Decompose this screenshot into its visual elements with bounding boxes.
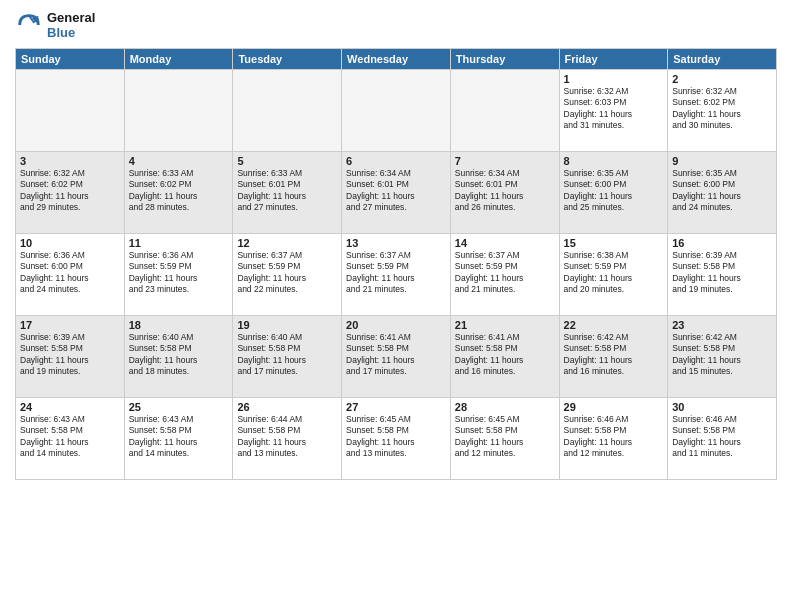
calendar-week-4: 24Sunrise: 6:43 AMSunset: 5:58 PMDayligh…: [16, 398, 777, 480]
day-number: 22: [564, 319, 664, 331]
calendar-cell: 27Sunrise: 6:45 AMSunset: 5:58 PMDayligh…: [342, 398, 451, 480]
calendar-cell: [342, 70, 451, 152]
day-number: 12: [237, 237, 337, 249]
day-number: 13: [346, 237, 446, 249]
calendar-cell: 7Sunrise: 6:34 AMSunset: 6:01 PMDaylight…: [450, 152, 559, 234]
calendar-week-3: 17Sunrise: 6:39 AMSunset: 5:58 PMDayligh…: [16, 316, 777, 398]
day-number: 17: [20, 319, 120, 331]
day-info: Sunrise: 6:37 AMSunset: 5:59 PMDaylight:…: [455, 250, 555, 296]
day-info: Sunrise: 6:34 AMSunset: 6:01 PMDaylight:…: [346, 168, 446, 214]
calendar-cell: 6Sunrise: 6:34 AMSunset: 6:01 PMDaylight…: [342, 152, 451, 234]
day-info: Sunrise: 6:41 AMSunset: 5:58 PMDaylight:…: [455, 332, 555, 378]
day-info: Sunrise: 6:42 AMSunset: 5:58 PMDaylight:…: [564, 332, 664, 378]
day-info: Sunrise: 6:33 AMSunset: 6:02 PMDaylight:…: [129, 168, 229, 214]
day-number: 1: [564, 73, 664, 85]
day-info: Sunrise: 6:37 AMSunset: 5:59 PMDaylight:…: [346, 250, 446, 296]
day-number: 18: [129, 319, 229, 331]
calendar-cell: 21Sunrise: 6:41 AMSunset: 5:58 PMDayligh…: [450, 316, 559, 398]
day-number: 30: [672, 401, 772, 413]
calendar-cell: 9Sunrise: 6:35 AMSunset: 6:00 PMDaylight…: [668, 152, 777, 234]
day-info: Sunrise: 6:44 AMSunset: 5:58 PMDaylight:…: [237, 414, 337, 460]
col-friday: Friday: [559, 49, 668, 70]
day-info: Sunrise: 6:39 AMSunset: 5:58 PMDaylight:…: [20, 332, 120, 378]
calendar-week-2: 10Sunrise: 6:36 AMSunset: 6:00 PMDayligh…: [16, 234, 777, 316]
day-info: Sunrise: 6:46 AMSunset: 5:58 PMDaylight:…: [672, 414, 772, 460]
day-number: 26: [237, 401, 337, 413]
calendar-table: Sunday Monday Tuesday Wednesday Thursday…: [15, 48, 777, 480]
calendar-container: General Blue Sunday Monday Tuesday Wedne…: [0, 0, 792, 612]
calendar-cell: 11Sunrise: 6:36 AMSunset: 5:59 PMDayligh…: [124, 234, 233, 316]
day-number: 10: [20, 237, 120, 249]
day-number: 7: [455, 155, 555, 167]
day-info: Sunrise: 6:35 AMSunset: 6:00 PMDaylight:…: [672, 168, 772, 214]
calendar-cell: 10Sunrise: 6:36 AMSunset: 6:00 PMDayligh…: [16, 234, 125, 316]
calendar-cell: 1Sunrise: 6:32 AMSunset: 6:03 PMDaylight…: [559, 70, 668, 152]
calendar-cell: 17Sunrise: 6:39 AMSunset: 5:58 PMDayligh…: [16, 316, 125, 398]
day-info: Sunrise: 6:42 AMSunset: 5:58 PMDaylight:…: [672, 332, 772, 378]
col-tuesday: Tuesday: [233, 49, 342, 70]
day-number: 2: [672, 73, 772, 85]
calendar-cell: 29Sunrise: 6:46 AMSunset: 5:58 PMDayligh…: [559, 398, 668, 480]
day-info: Sunrise: 6:34 AMSunset: 6:01 PMDaylight:…: [455, 168, 555, 214]
col-monday: Monday: [124, 49, 233, 70]
day-info: Sunrise: 6:43 AMSunset: 5:58 PMDaylight:…: [129, 414, 229, 460]
calendar-cell: 28Sunrise: 6:45 AMSunset: 5:58 PMDayligh…: [450, 398, 559, 480]
calendar-cell: 4Sunrise: 6:33 AMSunset: 6:02 PMDaylight…: [124, 152, 233, 234]
day-number: 6: [346, 155, 446, 167]
day-info: Sunrise: 6:45 AMSunset: 5:58 PMDaylight:…: [455, 414, 555, 460]
day-info: Sunrise: 6:37 AMSunset: 5:59 PMDaylight:…: [237, 250, 337, 296]
day-number: 28: [455, 401, 555, 413]
day-info: Sunrise: 6:45 AMSunset: 5:58 PMDaylight:…: [346, 414, 446, 460]
calendar-cell: 18Sunrise: 6:40 AMSunset: 5:58 PMDayligh…: [124, 316, 233, 398]
calendar-cell: 22Sunrise: 6:42 AMSunset: 5:58 PMDayligh…: [559, 316, 668, 398]
day-number: 21: [455, 319, 555, 331]
calendar-cell: 13Sunrise: 6:37 AMSunset: 5:59 PMDayligh…: [342, 234, 451, 316]
day-info: Sunrise: 6:33 AMSunset: 6:01 PMDaylight:…: [237, 168, 337, 214]
day-info: Sunrise: 6:36 AMSunset: 5:59 PMDaylight:…: [129, 250, 229, 296]
day-info: Sunrise: 6:32 AMSunset: 6:02 PMDaylight:…: [20, 168, 120, 214]
day-number: 14: [455, 237, 555, 249]
day-info: Sunrise: 6:32 AMSunset: 6:02 PMDaylight:…: [672, 86, 772, 132]
calendar-cell: [16, 70, 125, 152]
calendar-cell: [124, 70, 233, 152]
calendar-cell: 30Sunrise: 6:46 AMSunset: 5:58 PMDayligh…: [668, 398, 777, 480]
calendar-header-row: Sunday Monday Tuesday Wednesday Thursday…: [16, 49, 777, 70]
day-number: 5: [237, 155, 337, 167]
calendar-cell: 5Sunrise: 6:33 AMSunset: 6:01 PMDaylight…: [233, 152, 342, 234]
col-thursday: Thursday: [450, 49, 559, 70]
calendar-cell: [233, 70, 342, 152]
day-number: 4: [129, 155, 229, 167]
calendar-cell: 2Sunrise: 6:32 AMSunset: 6:02 PMDaylight…: [668, 70, 777, 152]
calendar-cell: 16Sunrise: 6:39 AMSunset: 5:58 PMDayligh…: [668, 234, 777, 316]
day-info: Sunrise: 6:39 AMSunset: 5:58 PMDaylight:…: [672, 250, 772, 296]
day-info: Sunrise: 6:46 AMSunset: 5:58 PMDaylight:…: [564, 414, 664, 460]
header: General Blue: [15, 10, 777, 40]
calendar-cell: 3Sunrise: 6:32 AMSunset: 6:02 PMDaylight…: [16, 152, 125, 234]
calendar-body: 1Sunrise: 6:32 AMSunset: 6:03 PMDaylight…: [16, 70, 777, 480]
day-info: Sunrise: 6:36 AMSunset: 6:00 PMDaylight:…: [20, 250, 120, 296]
day-number: 27: [346, 401, 446, 413]
day-info: Sunrise: 6:38 AMSunset: 5:59 PMDaylight:…: [564, 250, 664, 296]
day-info: Sunrise: 6:32 AMSunset: 6:03 PMDaylight:…: [564, 86, 664, 132]
day-info: Sunrise: 6:35 AMSunset: 6:00 PMDaylight:…: [564, 168, 664, 214]
calendar-cell: 20Sunrise: 6:41 AMSunset: 5:58 PMDayligh…: [342, 316, 451, 398]
calendar-cell: 25Sunrise: 6:43 AMSunset: 5:58 PMDayligh…: [124, 398, 233, 480]
day-number: 29: [564, 401, 664, 413]
calendar-cell: 24Sunrise: 6:43 AMSunset: 5:58 PMDayligh…: [16, 398, 125, 480]
logo: General Blue: [15, 10, 95, 40]
calendar-cell: [450, 70, 559, 152]
calendar-cell: 15Sunrise: 6:38 AMSunset: 5:59 PMDayligh…: [559, 234, 668, 316]
calendar-cell: 8Sunrise: 6:35 AMSunset: 6:00 PMDaylight…: [559, 152, 668, 234]
day-number: 19: [237, 319, 337, 331]
day-number: 11: [129, 237, 229, 249]
day-info: Sunrise: 6:43 AMSunset: 5:58 PMDaylight:…: [20, 414, 120, 460]
day-number: 25: [129, 401, 229, 413]
calendar-cell: 14Sunrise: 6:37 AMSunset: 5:59 PMDayligh…: [450, 234, 559, 316]
day-info: Sunrise: 6:40 AMSunset: 5:58 PMDaylight:…: [237, 332, 337, 378]
day-info: Sunrise: 6:41 AMSunset: 5:58 PMDaylight:…: [346, 332, 446, 378]
day-number: 3: [20, 155, 120, 167]
day-info: Sunrise: 6:40 AMSunset: 5:58 PMDaylight:…: [129, 332, 229, 378]
day-number: 16: [672, 237, 772, 249]
calendar-cell: 26Sunrise: 6:44 AMSunset: 5:58 PMDayligh…: [233, 398, 342, 480]
day-number: 15: [564, 237, 664, 249]
